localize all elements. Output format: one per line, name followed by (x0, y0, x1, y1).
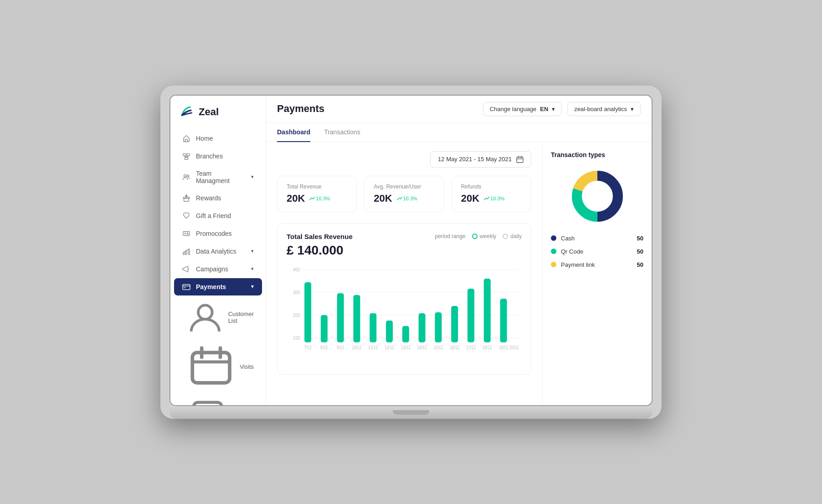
weekly-option[interactable]: weekly (472, 233, 497, 239)
svg-rect-52 (435, 312, 442, 342)
sidebar-label-team: Team Managment (196, 170, 246, 184)
metric-label-revenue: Total Revenue (287, 183, 347, 190)
daily-option[interactable]: daily (503, 233, 522, 239)
cash-label: Cash (561, 235, 632, 242)
rewards-icon (182, 194, 190, 202)
svg-text:9/12: 9/12 (337, 345, 344, 350)
metric-value-revenue: 20K (287, 193, 305, 204)
tab-dashboard[interactable]: Dashboard (277, 123, 310, 142)
sidebar-item-promocodes[interactable]: Promocodes (174, 225, 262, 242)
sidebar-label-analytics: Data Analytics (196, 248, 236, 255)
svg-rect-45 (321, 315, 328, 342)
logo-area: Zeal (170, 104, 266, 129)
weekly-radio[interactable] (472, 234, 478, 239)
sidebar-item-campaigns[interactable]: Campaigns ▾ (174, 260, 262, 278)
revenue-section: Total Sales Revenue period range weekly (277, 223, 531, 375)
team-chevron-icon: ▾ (251, 174, 254, 180)
report-icon (188, 398, 227, 405)
sidebar-item-gift[interactable]: Gift a Friend (174, 207, 262, 224)
payment-link-value: 50 (637, 261, 643, 268)
svg-text:8/12: 8/12 (320, 345, 328, 350)
sidebar-item-rewards[interactable]: Rewards (174, 189, 262, 207)
metric-change-refunds: 10.3% (484, 196, 504, 201)
laptop-notch (393, 410, 429, 415)
svg-rect-15 (183, 252, 185, 254)
svg-rect-49 (386, 321, 393, 342)
metric-label-avg: Avg. Revenue/User (374, 183, 434, 190)
sidebar-label-campaigns: Campaigns (196, 265, 228, 273)
svg-point-12 (185, 233, 186, 234)
svg-rect-32 (517, 157, 523, 163)
metric-label-refunds: Refunds (461, 183, 522, 190)
revenue-header: Total Sales Revenue period range weekly (287, 233, 522, 240)
svg-rect-26 (194, 402, 221, 405)
language-selector[interactable]: Change language EN ▾ (483, 102, 562, 116)
svg-text:20/12: 20/12 (509, 345, 519, 350)
metric-value-avg: 20K (374, 193, 392, 204)
sidebar-label-gift: Gift a Friend (196, 212, 231, 219)
right-panel: Transaction types (542, 142, 652, 405)
sidebar-item-analytics[interactable]: Data Analytics ▾ (174, 243, 262, 260)
svg-text:11/12: 11/12 (368, 345, 378, 350)
workspace-label: zeal-board analytics (574, 106, 627, 112)
sidebar-item-branches[interactable]: Branches (174, 148, 262, 165)
svg-rect-56 (500, 299, 507, 342)
bar-chart: 400 300 200 100 (287, 265, 522, 365)
weekly-label: weekly (480, 233, 497, 239)
revenue-title: Total Sales Revenue (287, 233, 435, 240)
lang-value: EN (540, 106, 548, 112)
date-range-text: 12 May 2021 - 15 May 2021 (438, 156, 512, 163)
donut-chart-wrapper (551, 167, 643, 226)
sidebar-label-promo: Promocodes (196, 230, 232, 237)
sidebar-label-visits: Visits (240, 363, 254, 370)
svg-text:17/12: 17/12 (466, 345, 476, 350)
main-content: Payments Change language EN ▾ zeal-board… (266, 96, 652, 405)
sidebar-label-home: Home (196, 135, 213, 142)
sidebar-label-rewards: Rewards (196, 194, 221, 202)
svg-point-75 (582, 181, 612, 211)
daily-label: daily (510, 233, 522, 239)
sidebar: Zeal Home (170, 96, 266, 405)
cash-value: 50 (637, 235, 643, 242)
svg-rect-22 (192, 353, 230, 383)
svg-rect-2 (185, 157, 188, 159)
daily-radio[interactable] (503, 234, 508, 239)
sidebar-item-payments[interactable]: Payments ▾ (174, 278, 262, 295)
qr-dot (551, 249, 556, 254)
svg-text:16/12: 16/12 (450, 345, 459, 350)
svg-rect-51 (419, 313, 426, 342)
svg-point-7 (184, 174, 186, 177)
lang-label: Change language (490, 106, 537, 112)
cash-dot (551, 235, 556, 241)
sidebar-item-visits[interactable]: Visits (174, 339, 262, 394)
period-range-label: period range (435, 233, 465, 239)
promo-icon (182, 229, 190, 238)
panel-title: Transaction types (551, 151, 643, 158)
svg-point-21 (198, 305, 212, 319)
main-nav: Home Branches (170, 129, 266, 405)
workspace-selector[interactable]: zeal-board analytics ▾ (567, 102, 641, 116)
svg-rect-1 (187, 153, 190, 156)
analytics-chevron-icon: ▾ (251, 248, 254, 254)
svg-rect-46 (337, 293, 344, 342)
sidebar-item-customer-list[interactable]: Customer List (174, 296, 262, 339)
metric-value-row-avg: 20K 10.3% (374, 193, 434, 204)
date-picker[interactable]: 12 May 2021 - 15 May 2021 (430, 151, 531, 168)
trend-up-icon-2 (397, 196, 402, 201)
sidebar-label-branches: Branches (196, 153, 223, 160)
svg-rect-53 (451, 306, 458, 342)
page-title: Payments (277, 103, 478, 115)
sidebar-item-reports[interactable]: Reports (174, 394, 262, 405)
legend-item-cash: Cash 50 (551, 235, 643, 242)
sidebar-label-payments: Payments (196, 283, 226, 290)
svg-text:13/12: 13/12 (401, 345, 411, 350)
payments-icon (182, 283, 190, 291)
trend-up-icon (309, 196, 315, 201)
payments-chevron-icon: ▾ (251, 284, 254, 290)
svg-point-8 (187, 175, 189, 177)
svg-rect-47 (353, 295, 360, 342)
sidebar-item-team[interactable]: Team Managment ▾ (174, 165, 262, 189)
sidebar-item-home[interactable]: Home (174, 130, 262, 147)
tab-transactions[interactable]: Transactions (324, 123, 360, 142)
metric-change-avg: 10.3% (397, 196, 417, 201)
